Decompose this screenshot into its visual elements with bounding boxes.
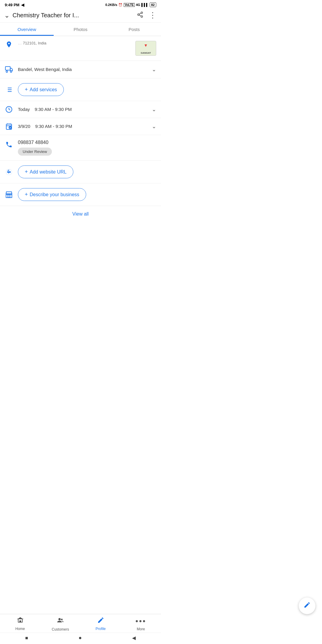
svg-rect-24 bbox=[8, 195, 10, 198]
hours-date-chevron: ⌄ bbox=[152, 123, 156, 130]
calendar-icon bbox=[5, 123, 13, 130]
svg-rect-5 bbox=[5, 66, 10, 70]
signal-icon: 4G bbox=[136, 3, 140, 7]
globe-icon bbox=[5, 168, 13, 176]
store-icon bbox=[5, 191, 13, 199]
view-all-button[interactable]: View all bbox=[72, 211, 89, 216]
tab-photos[interactable]: Photos bbox=[54, 23, 107, 36]
back-chevron-icon[interactable]: ⌄ bbox=[4, 12, 10, 19]
add-services-button[interactable]: + Add services bbox=[18, 83, 64, 96]
address-partial-text: … 712101, India bbox=[18, 41, 131, 45]
hours-date-row[interactable]: 3/9/20 9:30 AM - 9:30 PM ⌄ bbox=[0, 118, 161, 135]
view-all-row: View all bbox=[0, 206, 161, 222]
phone-number: 098837 48840 bbox=[18, 140, 156, 145]
service-area-chevron: ⌄ bbox=[152, 66, 156, 73]
map-thumbnail: ▼ GANGAT bbox=[135, 41, 156, 56]
network-bars: ▌▌▌ bbox=[141, 3, 148, 7]
data-speed: 0.2KB/s bbox=[105, 3, 117, 7]
address-row[interactable]: … 712101, India ▼ GANGAT bbox=[0, 36, 161, 61]
service-area-text: Bandel, West Bengal, India bbox=[18, 67, 72, 72]
add-website-button[interactable]: + Add website URL bbox=[18, 165, 73, 178]
hours-today-chevron: ⌄ bbox=[152, 106, 156, 113]
share-icon[interactable] bbox=[137, 11, 143, 20]
hours-today-row[interactable]: Today 9:30 AM - 9:30 PM ⌄ bbox=[0, 101, 161, 118]
phone-row: 098837 48840 Under Review bbox=[0, 135, 161, 161]
more-options-icon[interactable]: ⋮ bbox=[149, 11, 157, 20]
tab-posts[interactable]: Posts bbox=[107, 23, 161, 36]
svg-line-3 bbox=[139, 15, 141, 16]
business-desc-row: + Describe your business bbox=[0, 183, 161, 206]
svg-point-7 bbox=[10, 71, 12, 72]
alarm-icon: ⏰ bbox=[118, 3, 123, 7]
tab-overview[interactable]: Overview bbox=[0, 23, 54, 36]
phone-icon bbox=[5, 140, 13, 148]
delivery-icon bbox=[5, 66, 13, 73]
location-icon: ◀ bbox=[21, 3, 24, 7]
location-pin-icon bbox=[5, 41, 13, 48]
time: 9:49 PM bbox=[5, 3, 19, 7]
page-title: Chemistry Teacher for I... bbox=[13, 12, 134, 19]
content-area: … 712101, India ▼ GANGAT Bandel, West Be… bbox=[0, 36, 161, 261]
under-review-badge: Under Review bbox=[18, 148, 52, 156]
list-icon bbox=[5, 86, 13, 93]
tab-bar: Overview Photos Posts bbox=[0, 23, 161, 36]
service-area-row[interactable]: Bandel, West Bengal, India ⌄ bbox=[0, 61, 161, 78]
status-bar: 9:49 PM ◀ 0.2KB/s ⏰ VoLTE 4G ▌▌▌ 82 bbox=[0, 0, 161, 8]
services-row: + Add services bbox=[0, 78, 161, 101]
website-row: + Add website URL bbox=[0, 161, 161, 183]
describe-business-button[interactable]: + Describe your business bbox=[18, 188, 86, 201]
volte-icon: VoLTE bbox=[124, 3, 134, 7]
svg-point-6 bbox=[6, 71, 7, 72]
svg-line-4 bbox=[139, 13, 141, 14]
svg-rect-21 bbox=[6, 193, 12, 197]
clock-icon bbox=[5, 106, 13, 113]
header: ⌄ Chemistry Teacher for I... ⋮ bbox=[0, 8, 161, 23]
battery-icon: 82 bbox=[150, 2, 156, 7]
